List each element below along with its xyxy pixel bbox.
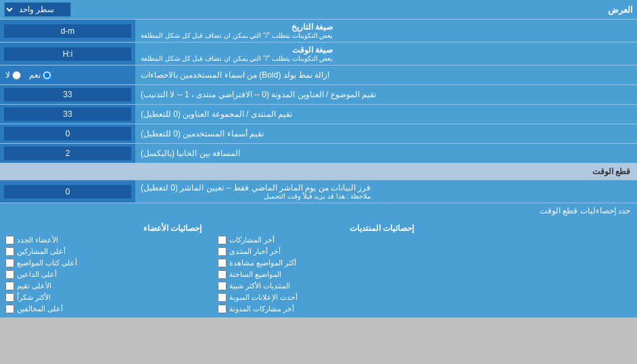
date-format-input[interactable] — [4, 24, 131, 38]
cb-most-thanked: الأكثر شكراً — [5, 292, 207, 303]
top-row: العرض سطر واحد — [0, 0, 637, 20]
spacing-input[interactable] — [4, 147, 131, 160]
cb-top-violators-input[interactable] — [5, 305, 14, 313]
cb-top-inviters: أعلى الداعين — [5, 269, 207, 280]
checkbox-col-forums: إحصائيات المنتديات أخر المشاركات أخر أخب… — [212, 218, 425, 317]
cb-most-thanked-input[interactable] — [5, 293, 14, 302]
limit-row: حدد إحصاءليات قطع الوقت — [0, 203, 637, 218]
usernames-order-row: تقيم أسماء المستخدمين (0 للتعطيل) — [0, 124, 637, 144]
cb-most-similar: المنتديات الأكثر شبية — [218, 280, 419, 292]
usernames-order-input-wrap — [0, 124, 135, 143]
col1-header: إحصائيات الأعضاء — [5, 221, 207, 234]
cb-top-rated-input[interactable] — [5, 282, 14, 290]
forum-order-input-wrap — [0, 105, 135, 124]
cb-top-inviters-input[interactable] — [5, 270, 14, 279]
cb-classifieds-input[interactable] — [218, 293, 227, 302]
checkbox-grid: إحصائيات المنتديات أخر المشاركات أخر أخب… — [0, 218, 637, 317]
topic-order-input[interactable] — [4, 88, 131, 101]
date-format-row: صيغة التاريخ بعض التكوينات يتطلب "/" الت… — [0, 20, 637, 43]
cb-top-writers: أعلى كتاب المواضيع — [5, 257, 207, 269]
cut-time-input-wrap — [0, 180, 135, 203]
cb-top-violators: أعلى المخالفين — [5, 303, 207, 315]
cut-time-label: فرز البيانات من يوم الماشر الماضي فقط --… — [135, 180, 637, 203]
bold-remove-row: ازالة نمط بولد (Bold) من اسماء المستخدمي… — [0, 66, 637, 85]
spacing-label: المسافة بين الخانيا (بالبكسل) — [135, 144, 637, 163]
cb-forum-news-input[interactable] — [218, 247, 227, 256]
bold-yes-radio[interactable] — [43, 71, 51, 80]
time-format-label: صيغة الوقت بعض التكوينات يتطلب "/" التي … — [135, 43, 637, 65]
bold-no-radio[interactable] — [12, 71, 21, 80]
bold-remove-label: ازالة نمط بولد (Bold) من اسماء المستخدمي… — [135, 66, 637, 84]
usernames-order-label: تقيم أسماء المستخدمين (0 للتعطيل) — [135, 124, 637, 143]
forum-order-label: تقيم المنتدى / المجموعة العناوين (0 للتع… — [135, 105, 637, 124]
col2-header: إحصائيات المنتديات — [218, 221, 419, 234]
cb-new-members-input[interactable] — [5, 236, 14, 244]
forum-order-row: تقيم المنتدى / المجموعة العناوين (0 للتع… — [0, 105, 637, 124]
checkbox-col-members: إحصائيات الأعضاء الأعضاء الجدد أعلى المش… — [0, 218, 212, 317]
cb-most-similar-input[interactable] — [218, 282, 227, 290]
cb-classifieds: أحدث الإعلانات المبوبة — [218, 292, 419, 303]
cb-top-rated: الأعلى تقيم — [5, 280, 207, 292]
cb-most-viewed: أكثر المواضيع مشاهدة — [218, 257, 419, 269]
topic-order-row: تقيم الموضوع / العناوين المدونة (0 -- ال… — [0, 85, 637, 105]
spacing-input-wrap — [0, 144, 135, 163]
cb-last-posts: أخر المشاركات — [218, 234, 419, 246]
cb-hot-topics-input[interactable] — [218, 270, 227, 279]
topic-order-label: تقيم الموضوع / العناوين المدونة (0 -- ال… — [135, 85, 637, 104]
topic-order-input-wrap — [0, 85, 135, 104]
cut-time-row: فرز البيانات من يوم الماشر الماضي فقط --… — [0, 180, 637, 203]
bold-yes-label: نعم — [29, 70, 51, 80]
spacing-row: المسافة بين الخانيا (بالبكسل) — [0, 144, 637, 163]
bold-remove-options: نعم لا — [0, 66, 135, 84]
cb-last-posts-input[interactable] — [218, 236, 227, 244]
cb-blog-posts: أخر مشاركات المدونة — [218, 303, 419, 315]
date-format-label: صيغة التاريخ بعض التكوينات يتطلب "/" الت… — [135, 20, 637, 42]
bold-no-label: لا — [5, 70, 21, 80]
cb-hot-topics: المواضيع الساخنة — [218, 269, 419, 280]
cut-time-input[interactable] — [4, 185, 131, 199]
cb-forum-news: أخر أخبار المنتدى — [218, 246, 419, 257]
main-container: العرض سطر واحد صيغة التاريخ بعض التكوينا… — [0, 0, 637, 317]
cb-new-members: الأعضاء الجدد — [5, 234, 207, 246]
time-format-input[interactable] — [4, 47, 131, 61]
rows-select[interactable]: سطر واحد — [4, 2, 71, 17]
time-format-row: صيغة الوقت بعض التكوينات يتطلب "/" التي … — [0, 43, 637, 66]
cut-section-header: قطع الوقت — [0, 163, 637, 180]
cb-blog-posts-input[interactable] — [218, 305, 227, 313]
checkbox-col-empty — [425, 218, 637, 317]
cb-most-viewed-input[interactable] — [218, 259, 227, 267]
display-label: العرض — [608, 5, 633, 15]
forum-order-input[interactable] — [4, 107, 131, 121]
cb-top-posters: أعلى المشاركين — [5, 246, 207, 257]
date-format-input-wrap — [0, 20, 135, 42]
cb-top-writers-input[interactable] — [5, 259, 14, 267]
cb-top-posters-input[interactable] — [5, 247, 14, 256]
time-format-input-wrap — [0, 43, 135, 65]
usernames-order-input[interactable] — [4, 127, 131, 140]
